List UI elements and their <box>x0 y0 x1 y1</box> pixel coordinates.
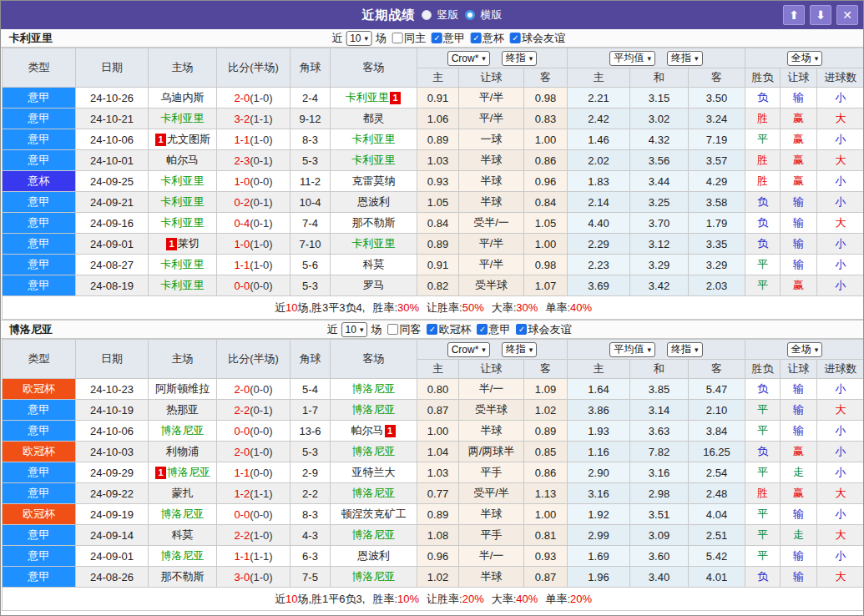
handicap-cell: 两/两球半 <box>459 442 524 462</box>
result-handicap-cell: 输 <box>781 421 817 442</box>
halftime-score: (1-1) <box>250 550 272 563</box>
match-row: 意甲24-09-16卡利亚里0-4(0-1)7-4那不勒斯0.84受半/一1.0… <box>3 213 864 234</box>
away-team-cell: 博洛尼亚 <box>331 379 417 400</box>
horizontal-layout-radio[interactable] <box>465 10 475 20</box>
avg-draw-cell: 3.09 <box>630 525 689 546</box>
halftime-score: (1-0) <box>250 571 272 583</box>
same-venue-checkbox[interactable] <box>392 33 403 43</box>
avg-home-cell: 2.29 <box>568 234 630 255</box>
home-odds-cell: 0.87 <box>417 400 459 421</box>
fullmatch-select[interactable]: 全场▾ <box>787 51 823 66</box>
handicap-cell: 平手 <box>459 462 524 483</box>
result-goals-cell: 大 <box>817 525 864 546</box>
summary-stat-label: 胜率: <box>372 301 397 314</box>
red-card-badge: 1 <box>155 134 166 146</box>
date-cell: 24-09-25 <box>76 171 149 192</box>
avg-draw-cell: 3.40 <box>630 567 689 588</box>
away-odds-cell: 0.86 <box>524 150 568 171</box>
fullmatch-select[interactable]: 全场▾ <box>787 342 823 357</box>
away-odds-cell: 0.83 <box>524 109 568 129</box>
match-row: 意甲24-08-26那不勒斯3-0(1-0)7-5博洛尼亚1.02半球0.871… <box>3 567 864 588</box>
move-up-button[interactable]: ⬆ <box>783 5 805 25</box>
avg-draw-cell: 3.16 <box>630 462 689 483</box>
crow-odds-select[interactable]: Crow*▾ <box>447 342 490 357</box>
fulltime-score: 1-2 <box>234 487 250 500</box>
league-type-cell: 意甲 <box>3 421 76 442</box>
away-odds-cell: 0.93 <box>524 546 568 567</box>
league-checkbox[interactable]: ✓ <box>427 324 437 335</box>
team-name-text: 博洛尼亚 <box>161 507 205 520</box>
final-odds-select[interactable]: 终指▾ <box>502 342 538 357</box>
league-type-cell: 欧冠杯 <box>3 442 76 462</box>
handicap-cell: 一球 <box>459 129 524 150</box>
away-team-cell: 卡利亚里1 <box>331 88 417 109</box>
home-team-cell: 阿斯顿维拉 <box>149 379 217 400</box>
average-select[interactable]: 平均值▾ <box>609 51 655 66</box>
home-odds-cell: 0.84 <box>417 213 459 234</box>
avg-draw-cell: 3.85 <box>630 379 689 400</box>
home-odds-cell: 0.91 <box>417 255 459 275</box>
avg-home-cell: 2.21 <box>568 88 630 109</box>
vertical-layout-radio[interactable] <box>422 10 432 20</box>
corner-cell: 6-3 <box>291 546 331 567</box>
home-team-cell: 利物浦 <box>149 442 217 462</box>
avg-draw-cell: 3.25 <box>630 192 689 213</box>
away-team-cell: 克雷莫纳 <box>331 171 417 192</box>
avg-home-cell: 1.64 <box>568 379 630 400</box>
league-checkbox[interactable]: ✓ <box>432 33 442 43</box>
league-type-cell: 意甲 <box>3 129 76 150</box>
col-odds-away: 客 <box>524 68 568 88</box>
fulltime-score: 2-0 <box>234 446 250 458</box>
team-name-text: 那不勒斯 <box>352 216 396 229</box>
move-down-button[interactable]: ⬇ <box>810 5 831 25</box>
avg-away-cell: 2.51 <box>689 525 745 546</box>
avg-away-cell: 3.58 <box>689 192 745 213</box>
corner-cell: 9-12 <box>291 109 331 129</box>
summary-stat-label: 大率: <box>492 593 517 605</box>
avg-home-cell: 3.86 <box>568 400 630 421</box>
league-type-cell: 意甲 <box>3 462 76 483</box>
league-checkbox[interactable]: ✓ <box>516 324 527 335</box>
handicap-cell: 半球 <box>459 567 524 588</box>
same-venue-checkbox[interactable] <box>387 324 398 335</box>
home-team-cell: 1博洛尼亚 <box>149 462 217 483</box>
match-count-value: 10 <box>346 324 356 336</box>
team-name-text: 博洛尼亚 <box>352 403 396 416</box>
score-cell: 3-0(1-0) <box>217 567 291 588</box>
table-header: 类型 日期 主场 比分(半场) 角球 客场 Crow*▾ 终指▾ 平均值▾ 终指… <box>3 340 864 379</box>
avg-home-cell: 1.46 <box>568 129 630 150</box>
result-wdl-cell: 负 <box>745 213 781 234</box>
league-checkbox[interactable]: ✓ <box>471 33 482 43</box>
league-label: 意甲 <box>443 31 465 46</box>
horizontal-layout-label[interactable]: 横版 <box>481 8 503 23</box>
result-handicap-cell: 输 <box>781 504 817 525</box>
team-name-text: 莱切 <box>178 237 200 250</box>
league-checkbox[interactable]: ✓ <box>477 324 488 335</box>
home-team-cell: 博洛尼亚 <box>149 546 217 567</box>
date-cell: 24-10-01 <box>76 150 149 171</box>
league-type-cell: 意甲 <box>3 483 76 504</box>
avg-final-select[interactable]: 终指▾ <box>667 342 703 357</box>
league-checkbox[interactable]: ✓ <box>510 33 521 43</box>
match-count-select[interactable]: 10▾ <box>341 322 368 337</box>
red-card-badge: 1 <box>385 425 396 437</box>
avg-final-select[interactable]: 终指▾ <box>667 51 703 66</box>
avg-away-cell: 4.01 <box>689 567 745 588</box>
match-row: 意甲24-09-14科莫2-2(1-0)4-3博洛尼亚1.08平手0.812.9… <box>3 525 864 546</box>
vertical-layout-label[interactable]: 竖版 <box>437 8 459 23</box>
avg-home-cell: 2.14 <box>568 192 630 213</box>
home-team-cell: 卡利亚里 <box>149 109 217 129</box>
league-type-cell: 意甲 <box>3 400 76 421</box>
result-handicap-cell: 赢 <box>781 442 817 462</box>
result-goals-cell: 大 <box>817 213 864 234</box>
col-odds-handicap: 让球 <box>459 360 524 379</box>
close-button[interactable]: ✕ <box>836 5 858 25</box>
crow-odds-select[interactable]: Crow*▾ <box>447 51 490 66</box>
average-select[interactable]: 平均值▾ <box>609 342 655 357</box>
result-goals-cell: 小 <box>817 234 864 255</box>
result-wdl-cell: 胜 <box>745 171 781 192</box>
final-odds-select[interactable]: 终指▾ <box>502 51 538 66</box>
handicap-cell: 平/半 <box>459 88 524 109</box>
match-count-select[interactable]: 10▾ <box>346 31 372 46</box>
result-wdl-cell: 胜 <box>745 150 781 171</box>
